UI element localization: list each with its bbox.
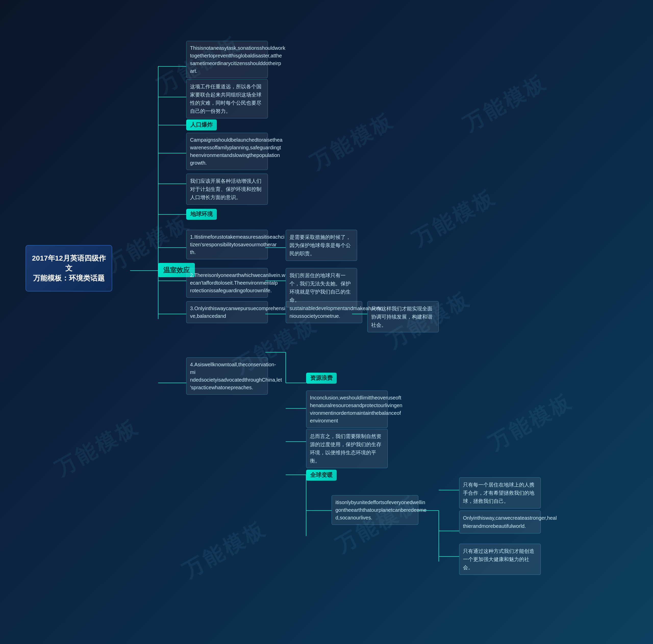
node-g3: 3.Onlyinthiswaycanwepursuecomprehensi ve… [186, 301, 268, 323]
n5-text: 我们应该开展各种活动增强人们对于计划生育、保护环境和控制人口增长方面的意识。 [190, 178, 262, 200]
mid-label: 温室效应 [163, 266, 190, 274]
node-g4: 4.Asiswellknowntoall,theconservation-mi … [186, 358, 268, 395]
right1-text: 只有每一个居住在地球上的人携手合作，才有希望拯救我们的地球，拯救我们自己。 [463, 482, 534, 504]
n4-text: Campaignsshouldbelaunchedtoraisethea war… [190, 137, 282, 166]
earth-en-text: itisonlybyunitedeffortsofeveryonedwellin… [335, 500, 427, 521]
node-g3-mid: sustainabledevelopmentandmakeaharmo niou… [286, 301, 362, 323]
conclusion-cn-text: 总而言之，我们需要限制自然资源的过度使用，保护我们的生存环境，以便维持生态环境的… [310, 433, 381, 463]
g2-text: 2.Thereisonlyoneearthwhichwecanlivein.w … [190, 272, 285, 293]
node-g3-cn: 只有这样我们才能实现全面协调可持续发展，构建和谐社会。 [367, 301, 439, 332]
node-resource-label: 资源浪费 [306, 373, 337, 384]
node-conclusion-cn: 总而言之，我们需要限制自然资源的过度使用，保护我们的生存环境，以便维持生态环境的… [306, 429, 388, 468]
node-n4: Campaignsshouldbelaunchedtoraisethea war… [186, 133, 268, 170]
g1-cn-text: 是需要采取措施的时候了，因为保护地球母亲是每个公民的职责。 [290, 234, 351, 256]
g1-text: 1.Itistimeforustotakemeasuresasitiseachc… [190, 234, 284, 255]
node-g1: 1.Itistimeforustotakemeasuresasitiseachc… [186, 230, 268, 259]
node-n1: Thisisnotaneasytask,sonationsshouldwork … [186, 41, 268, 78]
global-warming-label: 全球变暖 [310, 472, 333, 478]
g4-text: 4.Asiswellknowntoall,theconservation-mi … [190, 362, 282, 390]
n2-text: 这项工作任重道远，所以各个国家要联合起来共同组织这场全球性的灾难，同时每个公民也… [190, 84, 262, 114]
right3-text: 只有通过这种方式我们才能创造一个更加强大健康和魅力的社会。 [463, 548, 534, 570]
node-right2: Onlyinthisway,canwecreateastronger,heal … [459, 510, 541, 533]
node-conclusion-en: Inconclusion,weshouldlimittheoveruseoft … [306, 391, 388, 428]
g3-text: 3.Onlyinthiswaycanwepursuecomprehensi ve… [190, 305, 285, 319]
node-population-label: 人口爆炸 [186, 119, 217, 131]
node-g1-cn: 是需要采取措施的时候了，因为保护地球母亲是每个公民的职责。 [286, 230, 357, 261]
right2-text: Onlyinthisway,canwecreateastronger,heal … [463, 515, 557, 529]
root-node: 2017年12月英语四级作文 万能模板：环境类话题 [25, 245, 112, 292]
resource-label: 资源浪费 [310, 375, 333, 381]
node-right1: 只有每一个居住在地球上的人携手合作，才有希望拯救我们的地球，拯救我们自己。 [459, 477, 541, 508]
node-g2: 2.Thereisonlyoneearthwhichwecanlivein.w … [186, 268, 268, 298]
node-earth-en: itisonlybyunitedeffortsofeveryonedwellin… [332, 495, 418, 525]
mind-map-container: 万能模板 万能模板 万能模板 万能模板 万能模板 万能模板 万能模板 万能模板 … [0, 0, 653, 644]
g3-cn-text: 只有这样我们才能实现全面协调可持续发展，构建和谐社会。 [371, 306, 432, 328]
root-label: 2017年12月英语四级作文 万能模板：环境类话题 [32, 254, 105, 282]
node-n5: 我们应该开展各种活动增强人们对于计划生育、保护环境和控制人口增长方面的意识。 [186, 174, 268, 205]
node-earth-label: 地球环境 [186, 209, 217, 220]
earth-label: 地球环境 [190, 211, 213, 217]
n1-text: Thisisnotaneasytask,sonationsshouldwork … [190, 45, 285, 74]
population-label: 人口爆炸 [190, 121, 213, 128]
g2-cn-text: 我们所居住的地球只有一个，我们无法失去她。保护环境就是守护我们自己的生命。 [290, 273, 351, 303]
node-global-warming-label: 全球变暖 [306, 470, 337, 481]
node-right3: 只有通过这种方式我们才能创造一个更加强大健康和魅力的社会。 [459, 544, 541, 575]
conclusion-en-text: Inconclusion,weshouldlimittheoveruseoft … [310, 395, 402, 423]
node-n2: 这项工作任重道远，所以各个国家要联合起来共同组织这场全球性的灾难，同时每个公民也… [186, 79, 268, 118]
